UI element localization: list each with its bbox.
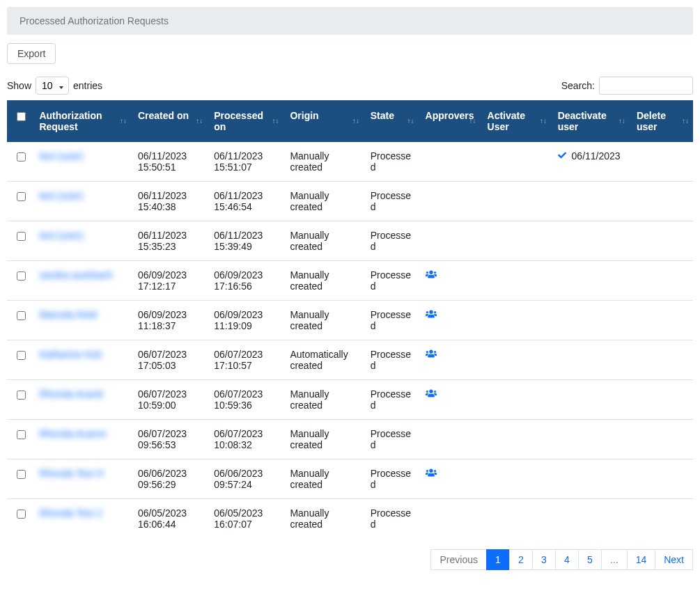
row-checkbox[interactable]: [17, 311, 26, 320]
request-link[interactable]: Rhonda Test 2: [39, 507, 102, 519]
table-row: test (user)06/11/2023 15:50:5106/11/2023…: [7, 142, 693, 182]
table-row: Rhonda Acantt06/07/2023 10:59:0006/07/20…: [7, 380, 693, 420]
cell-delete: [630, 499, 693, 539]
cell-origin: Manually created: [283, 221, 363, 261]
page-4[interactable]: 4: [555, 549, 579, 570]
cell-created: 06/07/2023 09:56:53: [131, 420, 207, 459]
cell-origin: Manually created: [283, 499, 363, 539]
length-entries-label: entries: [73, 80, 102, 91]
cell-state: Processed: [364, 459, 419, 499]
cell-delete: [630, 142, 693, 182]
request-link[interactable]: test (user): [39, 150, 83, 161]
cell-activate: [481, 499, 551, 539]
cell-origin: Manually created: [283, 261, 363, 301]
users-icon[interactable]: [426, 468, 437, 480]
cell-activate: [481, 420, 551, 459]
cell-delete: [630, 301, 693, 340]
cell-origin: Manually created: [283, 142, 363, 182]
sort-icon: ↑↓: [272, 118, 279, 125]
page-14[interactable]: 14: [627, 549, 656, 570]
cell-activate: [481, 182, 551, 221]
cell-origin: Manually created: [283, 380, 363, 420]
row-checkbox[interactable]: [17, 192, 26, 201]
users-icon[interactable]: [426, 309, 437, 321]
cell-delete: [630, 261, 693, 301]
panel-header: Processed Authorization Requests: [7, 7, 693, 35]
col-delete[interactable]: Delete user↑↓: [630, 100, 693, 142]
table-row: Rhonda Test H06/06/2023 09:56:2906/06/20…: [7, 459, 693, 499]
cell-created: 06/09/2023 17:12:17: [131, 261, 207, 301]
col-deactivate[interactable]: Deactivate user↑↓: [551, 100, 630, 142]
cell-approvers: [419, 261, 481, 301]
col-origin[interactable]: Origin↑↓: [283, 100, 363, 142]
col-created[interactable]: Created on↑↓: [131, 100, 207, 142]
request-link[interactable]: test (user): [39, 190, 83, 201]
cell-origin: Manually created: [283, 420, 363, 459]
cell-deactivate: [551, 420, 630, 459]
request-link[interactable]: sandra auerbach: [39, 269, 112, 281]
cell-activate: [481, 261, 551, 301]
request-link[interactable]: Rhonda Acantt: [39, 388, 103, 400]
cell-delete: [630, 459, 693, 499]
panel-title: Processed Authorization Requests: [20, 15, 169, 26]
col-select-all[interactable]: [7, 100, 32, 142]
check-icon: [558, 150, 566, 161]
cell-deactivate: [551, 301, 630, 340]
request-link[interactable]: Rhonda Test H: [39, 468, 103, 479]
row-checkbox[interactable]: [17, 351, 26, 360]
select-all-checkbox[interactable]: [17, 112, 26, 121]
page-3[interactable]: 3: [532, 549, 556, 570]
search-label: Search:: [561, 80, 595, 91]
col-activate[interactable]: Activate User↑↓: [481, 100, 551, 142]
cell-deactivate: [551, 340, 630, 380]
export-label: Export: [17, 48, 45, 59]
row-checkbox[interactable]: [17, 391, 26, 400]
cell-state: Processed: [364, 340, 419, 380]
page-next[interactable]: Next: [655, 549, 693, 570]
row-checkbox[interactable]: [17, 271, 26, 281]
users-icon[interactable]: [426, 349, 437, 361]
cell-created: 06/05/2023 16:06:44: [131, 499, 207, 539]
row-checkbox[interactable]: [17, 430, 26, 439]
sort-icon: ↑↓: [196, 118, 203, 125]
users-icon[interactable]: [426, 269, 437, 281]
export-button[interactable]: Export: [7, 43, 56, 64]
length-select[interactable]: 10: [36, 77, 69, 95]
col-approvers[interactable]: Approvers↑↓: [419, 100, 481, 142]
col-request[interactable]: Authorization Request↑↓: [32, 100, 131, 142]
request-link[interactable]: test (user): [39, 230, 83, 241]
cell-deactivate: [551, 182, 630, 221]
cell-origin: Manually created: [283, 459, 363, 499]
cell-activate: [481, 380, 551, 420]
search-input[interactable]: [599, 77, 693, 95]
row-checkbox[interactable]: [17, 152, 26, 161]
page-5[interactable]: 5: [578, 549, 602, 570]
table-topbar: Show 10 entries Search:: [7, 77, 693, 95]
page-1[interactable]: 1: [486, 549, 510, 570]
request-link[interactable]: Katharina Hutt: [39, 349, 102, 360]
cell-approvers: [419, 499, 481, 539]
row-checkbox[interactable]: [17, 232, 26, 241]
cell-origin: Automatically created: [283, 340, 363, 380]
cell-state: Processed: [364, 142, 419, 182]
row-checkbox[interactable]: [17, 510, 26, 519]
cell-activate: [481, 340, 551, 380]
cell-processed: 06/05/2023 16:07:07: [207, 499, 283, 539]
page-2[interactable]: 2: [509, 549, 533, 570]
cell-created: 06/11/2023 15:35:23: [131, 221, 207, 261]
cell-created: 06/11/2023 15:40:38: [131, 182, 207, 221]
row-checkbox[interactable]: [17, 470, 26, 479]
request-link[interactable]: Rhonda Acanre: [39, 428, 107, 439]
cell-delete: [630, 221, 693, 261]
table-row: Rhonda Acanre06/07/2023 09:56:5306/07/20…: [7, 420, 693, 459]
cell-deactivate: [551, 221, 630, 261]
page-ellipsis: ...: [601, 549, 628, 570]
cell-deactivate: [551, 261, 630, 301]
users-icon[interactable]: [426, 388, 437, 400]
request-link[interactable]: Marcela Reid: [39, 309, 96, 320]
col-processed[interactable]: Processed on↑↓: [207, 100, 283, 142]
cell-delete: [630, 340, 693, 380]
table-row: Marcela Reid06/09/2023 11:18:3706/09/202…: [7, 301, 693, 340]
page-previous[interactable]: Previous: [430, 549, 486, 570]
col-state[interactable]: State↑↓: [364, 100, 419, 142]
